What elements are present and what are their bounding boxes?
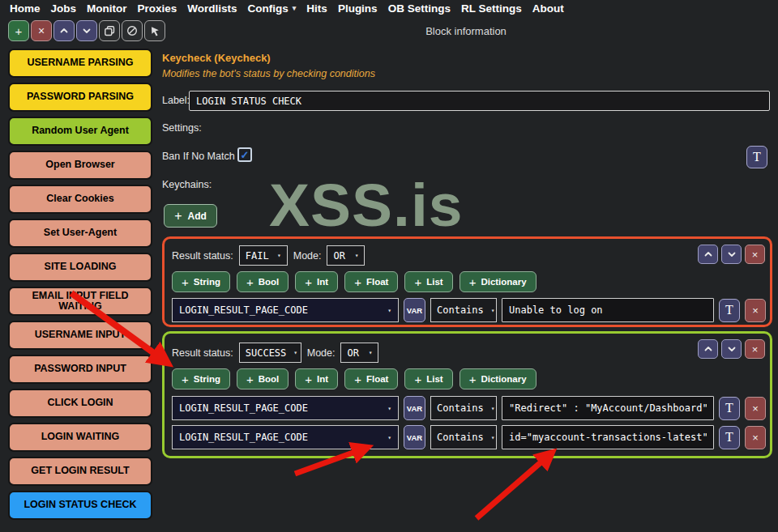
condition-value-input[interactable] <box>502 396 714 420</box>
settings-heading: Settings: <box>162 122 202 134</box>
chevron-up-icon <box>703 344 713 354</box>
delete-condition-button[interactable]: × <box>745 397 766 420</box>
nav-item-home[interactable]: Home <box>10 2 41 15</box>
sidebar-item-open-browser[interactable]: Open Browser <box>8 151 152 180</box>
ban-if-no-match-label: Ban If No Match <box>162 151 235 162</box>
delete-condition-button[interactable]: × <box>745 299 766 322</box>
variable-select[interactable]: LOGIN_RESULT_PAGE_CODE ▾ <box>172 298 399 322</box>
sidebar-item-set-user-agent[interactable]: Set User-Agent <box>8 219 152 248</box>
add-float-button[interactable]: +Float <box>344 271 398 292</box>
plus-icon: + <box>182 373 189 385</box>
move-block-up-button[interactable] <box>53 20 75 41</box>
move-block-down-button[interactable] <box>76 20 97 41</box>
plus-icon: + <box>469 373 477 385</box>
condition-value-input[interactable] <box>502 425 714 449</box>
text-mode-button[interactable]: T <box>719 397 740 420</box>
add-keychain-button[interactable]: + Add <box>164 204 217 228</box>
move-keychain-down-button[interactable] <box>721 245 742 264</box>
clone-icon <box>104 25 115 36</box>
sidebar-item-random-user-agent[interactable]: Random User Agent <box>8 117 152 146</box>
text-mode-button[interactable]: T <box>719 299 740 322</box>
x-icon: × <box>752 249 759 261</box>
nav-item-jobs[interactable]: Jobs <box>51 2 77 15</box>
sidebar-item-email-input-field-waiting[interactable]: EMAIL INPUT FIELD WAITING <box>8 287 152 316</box>
nav-item-ob-settings[interactable]: OB Settings <box>388 2 451 15</box>
page-title: Block information <box>162 25 770 37</box>
delete-block-button[interactable]: × <box>31 20 52 41</box>
add-block-button[interactable]: + <box>8 20 29 41</box>
add-list-button[interactable]: +List <box>404 271 452 292</box>
comparer-select[interactable]: Contains ▾ <box>430 425 497 449</box>
nav-item-wordlists[interactable]: Wordlists <box>187 2 237 15</box>
nav-item-proxies[interactable]: Proxies <box>138 2 177 15</box>
variable-select[interactable]: LOGIN_RESULT_PAGE_CODE ▾ <box>172 425 399 449</box>
add-bool-button[interactable]: +Bool <box>237 368 289 389</box>
var-mode-button[interactable]: VAR <box>404 396 425 420</box>
sidebar-item-get-login-result[interactable]: GET LOGIN RESULT <box>8 457 152 486</box>
sidebar-item-username-input[interactable]: USERNAME INPUT <box>8 321 152 350</box>
x-icon: × <box>752 343 759 355</box>
move-keychain-up-button[interactable] <box>698 245 718 264</box>
condition-value-input[interactable] <box>502 298 714 322</box>
add-string-button[interactable]: +String <box>172 271 230 292</box>
condition-row: LOGIN_RESULT_PAGE_CODE ▾ VAR Contains ▾ … <box>172 425 766 449</box>
comparer-value: Contains <box>437 402 484 414</box>
nav-item-rl-settings[interactable]: RL Settings <box>461 2 522 15</box>
sidebar-item-login-status-check[interactable]: LOGIN STATUS CHECK <box>8 491 152 520</box>
sidebar-item-click-login[interactable]: CLICK LOGIN <box>8 389 152 418</box>
caret-down-icon: ▾ <box>355 252 359 259</box>
delete-keychain-button[interactable]: × <box>745 245 765 264</box>
keychain-controls: × <box>698 245 765 264</box>
add-float-button[interactable]: +Float <box>344 368 398 389</box>
sidebar-item-username-parsing[interactable]: USERNAME PARSING <box>8 49 152 78</box>
add-bool-button[interactable]: +Bool <box>237 271 289 292</box>
clone-block-button[interactable] <box>99 20 120 41</box>
add-list-label: List <box>426 277 442 287</box>
result-status-select[interactable]: SUCCESS ▾ <box>239 343 301 363</box>
variable-select[interactable]: LOGIN_RESULT_PAGE_CODE ▾ <box>172 396 399 420</box>
plus-icon: + <box>414 276 421 288</box>
add-dictionary-button[interactable]: +Dictionary <box>460 271 536 292</box>
comparer-select[interactable]: Contains ▾ <box>430 396 497 420</box>
x-icon: × <box>752 402 759 415</box>
plus-icon: + <box>174 210 182 223</box>
mode-select[interactable]: OR ▾ <box>327 245 365 266</box>
disable-block-button[interactable] <box>122 20 143 41</box>
sidebar-item-password-parsing[interactable]: PASSWORD PARSING <box>8 83 152 112</box>
caret-down-icon: ▾ <box>491 405 495 412</box>
undo-arrow-icon <box>149 25 160 36</box>
chevron-up-icon <box>703 249 713 259</box>
add-int-button[interactable]: +Int <box>295 368 338 389</box>
sidebar-item-password-input[interactable]: PASSWORD INPUT <box>8 355 152 384</box>
add-string-button[interactable]: +String <box>172 368 230 389</box>
keycheck-block-editor: Home Jobs Monitor Proxies Wordlists Conf… <box>0 0 778 532</box>
nav-item-configs[interactable]: Configs ▾ <box>248 2 297 15</box>
add-dictionary-button[interactable]: +Dictionary <box>460 368 536 389</box>
result-status-select[interactable]: FAIL ▾ <box>239 245 288 266</box>
text-mode-button[interactable]: T <box>719 426 740 449</box>
keychain-success: Result status: SUCCESS ▾ Mode: OR ▾ × +S… <box>162 331 772 458</box>
block-description: Modifies the bot's status by checking co… <box>162 68 375 79</box>
add-int-button[interactable]: +Int <box>295 271 338 292</box>
var-mode-button[interactable]: VAR <box>404 425 425 449</box>
comparer-select[interactable]: Contains ▾ <box>430 298 497 322</box>
keychain-controls: × <box>698 339 765 359</box>
delete-keychain-button[interactable]: × <box>745 339 765 359</box>
delete-condition-button[interactable]: × <box>745 426 766 449</box>
sidebar-item-clear-cookies[interactable]: Clear Cookies <box>8 185 152 214</box>
mode-select[interactable]: OR ▾ <box>340 343 378 363</box>
block-label-input[interactable] <box>189 91 770 111</box>
sidebar-item-login-waiting[interactable]: LOGIN WAITING <box>8 423 152 452</box>
move-keychain-up-button[interactable] <box>698 339 718 359</box>
sidebar-item-site-loading[interactable]: SITE LOADING <box>8 253 152 282</box>
var-mode-button[interactable]: VAR <box>404 298 425 322</box>
plus-icon: + <box>354 276 361 288</box>
nav-item-about[interactable]: About <box>532 2 564 15</box>
ban-if-no-match-checkbox[interactable]: ✓ <box>237 147 252 162</box>
nav-item-hits[interactable]: Hits <box>306 2 327 15</box>
move-keychain-down-button[interactable] <box>721 339 742 359</box>
nav-item-monitor[interactable]: Monitor <box>87 2 127 15</box>
text-mode-button[interactable]: T <box>746 146 767 168</box>
nav-item-plugins[interactable]: Plugins <box>338 2 378 15</box>
add-list-button[interactable]: +List <box>404 368 452 389</box>
